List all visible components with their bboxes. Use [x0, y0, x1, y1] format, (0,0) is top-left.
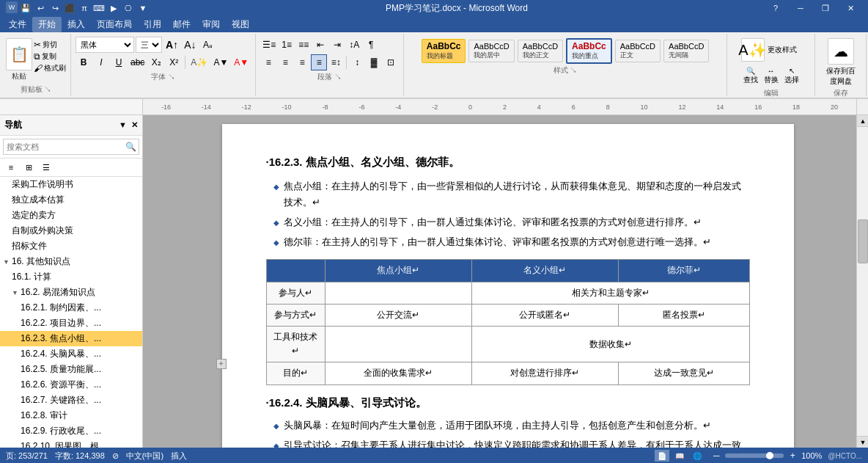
qa-dropdown[interactable]: ▼ — [136, 1, 150, 15]
nav-close-btn[interactable]: ✕ — [131, 120, 138, 130]
format-painter-btn[interactable]: 🖌格式刷 — [34, 63, 66, 73]
qa-icon4[interactable]: ▶ — [107, 1, 120, 15]
help-btn[interactable]: ? — [764, 0, 787, 16]
asian-layout-btn[interactable]: ≡↕ — [328, 54, 344, 70]
zoom-level[interactable]: 100% — [801, 451, 822, 460]
table-add-btn[interactable]: + — [216, 359, 227, 369]
qa-icon2[interactable]: π — [78, 1, 91, 15]
menu-review[interactable]: 审阅 — [196, 17, 226, 32]
nav-item-file[interactable]: 招标文件 — [0, 238, 142, 254]
bullet-list-btn[interactable]: ☰≡ — [260, 37, 278, 53]
nav-item-1628[interactable]: 16.2.8. 审计 — [0, 408, 142, 423]
style-my-text[interactable]: AaBbCcD 我的正文 — [518, 40, 563, 62]
font-family-select[interactable]: 黑体 — [76, 37, 134, 53]
strikethrough-btn[interactable]: abc — [128, 54, 147, 70]
font-size-select[interactable]: 三号 — [136, 37, 162, 53]
nav-item-choice[interactable]: 选定的卖方 — [0, 208, 142, 223]
scroll-down-btn[interactable]: ▼ — [857, 436, 868, 448]
line-spacing-btn[interactable]: ↕ — [349, 54, 365, 70]
clear-format-btn[interactable]: Aₐ — [199, 37, 216, 53]
view-print-btn[interactable]: 📄 — [655, 450, 669, 462]
menu-references[interactable]: 引用 — [138, 17, 167, 32]
style-normal[interactable]: AaBbCcD 正文 — [615, 40, 661, 62]
nav-item-cost[interactable]: 独立成本估算 — [0, 192, 142, 208]
style-my-key[interactable]: AaBbCc 我的重点 — [566, 38, 612, 64]
sort-btn[interactable]: ↕A — [346, 37, 362, 53]
nav-item-1622[interactable]: 16.2.2. 项目边界、... — [0, 316, 142, 331]
nav-item-1627[interactable]: 16.2.7. 关键路径、... — [0, 393, 142, 408]
qa-icon3[interactable]: ⌨ — [92, 1, 106, 15]
nav-item-policy[interactable]: 自制或外购决策 — [0, 223, 142, 238]
align-left-btn[interactable]: ≡ — [260, 54, 276, 70]
find-btn[interactable]: 🔍查找 — [741, 65, 760, 87]
bold-btn[interactable]: B — [76, 54, 92, 70]
maximize-btn[interactable]: ❐ — [814, 0, 837, 16]
text-effect-btn[interactable]: A✨ — [188, 54, 210, 70]
border-btn[interactable]: ⊡ — [383, 54, 399, 70]
font-grow-btn[interactable]: A↑ — [163, 37, 180, 53]
save-quick-btn[interactable]: 💾 — [19, 1, 32, 15]
nav-item-1626[interactable]: 16.2.6. 资源平衡、... — [0, 377, 142, 393]
highlight-btn[interactable]: A▼ — [211, 54, 230, 70]
zoom-out-btn[interactable]: ─ — [710, 450, 722, 462]
nav-item-1629[interactable]: 16.2.9. 行政收尾、... — [0, 423, 142, 439]
nav-item-162[interactable]: ▼16.2. 易混淆知识点 — [0, 285, 142, 300]
menu-insert[interactable]: 插入 — [62, 17, 91, 32]
nav-search-input[interactable] — [3, 139, 139, 155]
paste-btn[interactable]: 📋 粘贴 — [6, 38, 32, 81]
nav-view-grid[interactable]: ⊞ — [21, 160, 37, 175]
replace-btn[interactable]: ↔替换 — [762, 65, 781, 87]
numbered-list-btn[interactable]: 1≡ — [279, 37, 295, 53]
menu-mail[interactable]: 邮件 — [167, 17, 196, 32]
menu-view[interactable]: 视图 — [226, 17, 255, 32]
nav-item-161[interactable]: 16.1. 计算 — [0, 269, 142, 285]
align-right-btn[interactable]: ≡ — [294, 54, 310, 70]
redo-btn[interactable]: ↪ — [48, 1, 62, 15]
view-read-btn[interactable]: 📖 — [672, 450, 687, 462]
zoom-slider[interactable] — [725, 453, 784, 458]
nav-item-16[interactable]: ▼16. 其他知识点 — [0, 254, 142, 269]
increase-indent-btn[interactable]: ⇥ — [329, 37, 345, 53]
minimize-btn[interactable]: ─ — [789, 0, 812, 16]
qa-icon1[interactable]: ⬛ — [63, 1, 76, 15]
style-my-center[interactable]: AaBbCcD 我的居中 — [468, 40, 514, 62]
nav-view-outline[interactable]: ≡ — [3, 160, 19, 175]
align-center-btn[interactable]: ≡ — [277, 54, 293, 70]
close-btn[interactable]: ✕ — [839, 0, 862, 16]
insert-mode[interactable]: 插入 — [171, 451, 187, 462]
cut-btn[interactable]: ✂剪切 — [34, 40, 66, 50]
shading-btn[interactable]: ▓ — [366, 54, 382, 70]
menu-home[interactable]: 开始 — [32, 17, 62, 32]
view-web-btn[interactable]: 🌐 — [690, 450, 705, 462]
nav-item-1624[interactable]: 16.2.4. 头脑风暴、... — [0, 346, 142, 362]
scroll-track[interactable] — [857, 127, 868, 436]
superscript-btn[interactable]: X² — [166, 54, 182, 70]
save-to-cloud-btn[interactable]: ☁ — [828, 38, 854, 65]
multi-list-btn[interactable]: ≡≡ — [295, 37, 312, 53]
scroll-up-btn[interactable]: ▲ — [857, 115, 868, 127]
nav-item-1621[interactable]: 16.2.1. 制约因素、... — [0, 300, 142, 316]
italic-btn[interactable]: I — [93, 54, 109, 70]
show-marks-btn[interactable]: ¶ — [363, 37, 379, 53]
decrease-indent-btn[interactable]: ⇤ — [312, 37, 328, 53]
nav-item-16210[interactable]: 16.2.10. 因果图、根... — [0, 439, 142, 448]
select-btn[interactable]: ↖选择 — [782, 65, 801, 87]
copy-btn[interactable]: ⧉复制 — [34, 51, 66, 62]
menu-layout[interactable]: 页面布局 — [91, 17, 138, 32]
underline-btn[interactable]: U — [111, 54, 127, 70]
scroll-thumb[interactable] — [858, 219, 868, 263]
font-shrink-btn[interactable]: A↓ — [182, 37, 198, 53]
justify-btn[interactable]: ≡ — [311, 54, 327, 70]
style-no-spacing[interactable]: AaBbCcD 无间隔 — [663, 40, 709, 62]
doc-scroll-area[interactable]: + + ·16.2.3. 焦点小组、名义小组、德尔菲。 ◆ 焦点小组：在主持人的… — [143, 115, 856, 448]
menu-file[interactable]: 文件 — [3, 17, 32, 32]
language-indicator[interactable]: 中文(中国) — [126, 451, 163, 462]
qa-icon5[interactable]: ⎔ — [122, 1, 135, 15]
nav-menu-btn[interactable]: ▼ — [119, 120, 127, 130]
undo-btn[interactable]: ↩ — [34, 1, 47, 15]
zoom-thumb[interactable] — [766, 452, 773, 459]
nav-item-1625[interactable]: 16.2.5. 质量功能展... — [0, 362, 142, 377]
nav-item-1623[interactable]: 16.2.3. 焦点小组、... — [0, 331, 142, 346]
zoom-in-btn[interactable]: + — [787, 450, 798, 462]
style-my-title[interactable]: AaBbCc 我的标题 — [422, 39, 466, 63]
